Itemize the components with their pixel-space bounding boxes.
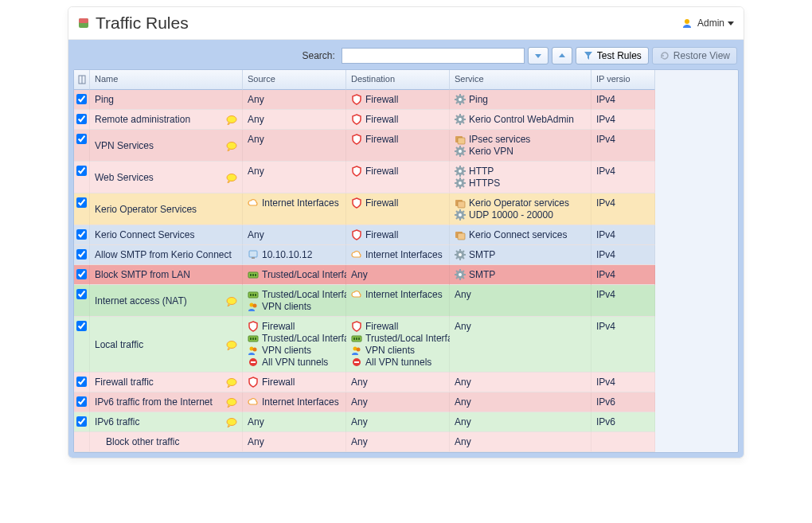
- destination-text: All VPN tunnels: [365, 357, 431, 368]
- destination-item: Firewall: [351, 114, 444, 125]
- destination-cell: Internet Interfaces: [346, 245, 450, 265]
- note-icon[interactable]: [226, 140, 237, 151]
- ipver-text: IPv6: [596, 396, 650, 408]
- service-text: IPsec services: [469, 134, 530, 145]
- row-checkbox[interactable]: [76, 229, 87, 240]
- shield-icon: [351, 321, 362, 332]
- service-cell: Any: [450, 373, 591, 392]
- destination-item: Any: [351, 269, 444, 280]
- source-cell: Internet Interfaces: [243, 392, 346, 412]
- ipver-cell: IPv4: [591, 162, 655, 193]
- destination-text: Firewall: [365, 134, 398, 145]
- row-checkbox[interactable]: [76, 416, 87, 427]
- source-item: Any: [248, 166, 341, 177]
- name-cell: Allow SMTP from Kerio Connect: [90, 245, 243, 265]
- destination-text: Any: [351, 377, 368, 388]
- note-icon[interactable]: [226, 396, 237, 408]
- destination-item: Firewall: [351, 134, 444, 145]
- source-cell: Firewall: [243, 373, 346, 392]
- source-text: Firewall: [262, 377, 295, 388]
- app-icon: [78, 18, 89, 29]
- rule-name: Internet access (NAT): [95, 295, 223, 306]
- name-cell: Remote administration: [90, 110, 243, 130]
- rule-name: Allow SMTP from Kerio Connect: [95, 249, 237, 260]
- content-area: Search: Test Rules Restore View NameSour…: [68, 40, 744, 458]
- column-header[interactable]: Destination: [346, 70, 450, 90]
- rule-name: IPv6 traffic: [95, 416, 223, 427]
- service-text: HTTP: [469, 166, 494, 177]
- column-header[interactable]: IP versio: [591, 70, 655, 90]
- column-header[interactable]: Service: [450, 70, 591, 90]
- service-item: Any: [455, 377, 586, 388]
- row-checkbox[interactable]: [76, 396, 87, 407]
- name-cell: Firewall traffic: [90, 373, 243, 392]
- note-icon[interactable]: [226, 416, 237, 427]
- row-checkbox-cell: [74, 225, 90, 245]
- cloud-icon: [248, 197, 259, 209]
- ipver-text: IPv6: [596, 416, 650, 427]
- ipver-cell: IPv4: [591, 110, 655, 130]
- ipver-cell: IPv6: [591, 412, 655, 432]
- gear-icon: [455, 94, 466, 105]
- rule-name: Block SMTP from LAN: [95, 269, 237, 280]
- rules-grid: NameSourceDestinationServiceIP versio Pi…: [73, 69, 739, 453]
- destination-item: Any: [351, 416, 444, 427]
- column-header[interactable]: Source: [243, 70, 346, 90]
- destination-item: Firewall: [351, 166, 444, 177]
- source-item: Trusted/Local Interfaces: [248, 289, 341, 300]
- row-checkbox-cell: [74, 90, 90, 110]
- row-checkbox[interactable]: [76, 134, 87, 144]
- column-header-checkbox[interactable]: [74, 70, 90, 90]
- service-item: Any: [455, 396, 586, 408]
- source-cell: Any: [243, 225, 346, 245]
- ipver-cell: IPv4: [591, 265, 655, 285]
- source-text: 10.10.10.12: [262, 249, 312, 260]
- nic-icon: [248, 289, 259, 300]
- user-menu-toggle[interactable]: [728, 21, 734, 25]
- note-icon[interactable]: [226, 172, 237, 183]
- cloud-icon: [248, 396, 259, 408]
- service-cell: SMTP: [450, 265, 591, 285]
- source-item: Any: [248, 114, 341, 125]
- service-cell: Any: [450, 412, 591, 432]
- row-checkbox[interactable]: [76, 114, 87, 124]
- row-checkbox[interactable]: [76, 166, 87, 176]
- rule-name: Ping: [95, 94, 237, 105]
- note-icon[interactable]: [226, 114, 237, 125]
- column-header[interactable]: Name: [90, 70, 243, 90]
- service-text: Kerio Operator services: [469, 197, 569, 209]
- row-checkbox[interactable]: [76, 377, 87, 387]
- source-cell: Any: [243, 162, 346, 193]
- note-icon[interactable]: [226, 295, 237, 306]
- note-icon[interactable]: [226, 377, 237, 388]
- service-cell: Kerio Control WebAdmin: [450, 110, 591, 130]
- name-cell: Local traffic: [90, 317, 243, 373]
- source-text: VPN clients: [262, 301, 311, 312]
- restore-view-button[interactable]: Restore View: [652, 47, 737, 64]
- destination-cell: Any: [346, 432, 450, 452]
- row-checkbox[interactable]: [76, 249, 87, 260]
- row-checkbox[interactable]: [76, 321, 87, 331]
- row-checkbox[interactable]: [76, 94, 87, 104]
- source-cell: Any: [243, 130, 346, 162]
- row-checkbox[interactable]: [76, 269, 87, 279]
- row-checkbox[interactable]: [76, 289, 87, 299]
- ipver-cell: IPv4: [591, 245, 655, 265]
- search-input[interactable]: [342, 48, 525, 64]
- service-text: Ping: [469, 94, 488, 105]
- test-rules-button[interactable]: Test Rules: [576, 47, 649, 64]
- row-checkbox-cell: [74, 317, 90, 373]
- name-cell: VPN Services: [90, 130, 243, 162]
- note-icon[interactable]: [226, 339, 237, 350]
- group-icon: [455, 197, 466, 209]
- source-text: Any: [248, 94, 264, 105]
- name-cell: Kerio Operator Services: [90, 193, 243, 225]
- search-next-button[interactable]: [528, 47, 548, 64]
- search-prev-button[interactable]: [552, 47, 572, 64]
- users-icon: [248, 301, 259, 312]
- gear-icon: [455, 269, 466, 280]
- row-checkbox[interactable]: [76, 197, 87, 208]
- source-cell: Trusted/Local Interfaces: [243, 265, 346, 285]
- row-checkbox-cell: [74, 193, 90, 225]
- toolbar: Search: Test Rules Restore View: [73, 45, 739, 69]
